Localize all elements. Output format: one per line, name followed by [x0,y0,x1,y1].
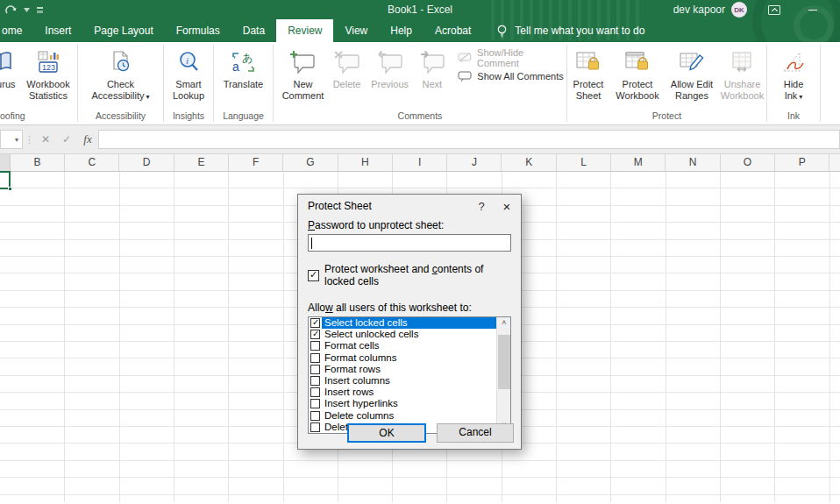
ribbon-display-options-icon[interactable] [768,5,780,15]
list-scrollbar[interactable]: ˄ ˅ [496,317,510,433]
column-header[interactable]: P [775,154,829,171]
hide-ink-button[interactable]: Hide Ink [769,44,818,103]
protect-workbook-icon [624,46,651,79]
column-header[interactable]: F [229,154,283,171]
translate-button[interactable]: あ a Translate [216,44,272,90]
allow-edit-ranges-button[interactable]: Allow Edit Ranges [666,44,718,102]
fill-handle[interactable] [8,187,12,191]
item-checkbox[interactable] [310,387,320,397]
tab-home[interactable]: ome [0,19,33,42]
insert-function-icon[interactable]: fx [77,130,98,149]
name-box[interactable]: ▾ [0,130,23,149]
dialog-help-button[interactable]: ? [470,200,493,213]
list-item[interactable]: Format cells [309,340,496,351]
enter-entry-icon[interactable]: ✓ [56,130,77,149]
tab-page-layout[interactable]: Page Layout [82,19,164,42]
dialog-title-bar[interactable]: Protect Sheet ? × [298,195,521,217]
list-item[interactable]: Insert rows [309,387,496,398]
column-header[interactable]: O [721,154,775,171]
allow-edit-ranges-label-1: Allow Edit [671,79,713,90]
tell-me-box[interactable]: Tell me what you want to do [496,19,644,42]
previous-comment-button[interactable]: Previous [367,44,413,90]
item-checkbox[interactable] [310,318,320,328]
permissions-listbox[interactable]: Select locked cells Select unlocked cell… [308,316,511,434]
item-checkbox[interactable] [310,330,320,339]
list-item[interactable]: Select locked cells [309,317,496,329]
column-header[interactable]: E [174,154,229,171]
item-checkbox[interactable] [310,399,320,408]
delete-comment-button[interactable]: Delete [327,44,367,90]
list-item[interactable]: Format columns [309,352,496,364]
tab-acrobat[interactable]: Acrobat [424,19,482,42]
list-item[interactable]: Select unlocked cells [309,329,496,340]
minimize-icon[interactable] [808,10,817,11]
item-checkbox[interactable] [310,365,320,374]
show-all-comments-icon [458,71,472,82]
dialog-close-icon[interactable]: × [493,199,521,214]
list-item[interactable]: Delete columns [309,410,496,422]
thesaurus-button[interactable]: saurus [0,44,21,90]
qat-dropdown-icon[interactable] [24,8,30,12]
list-item[interactable]: Insert columns [309,375,496,387]
protect-sheet-label-2: Sheet [576,90,602,102]
item-checkbox[interactable] [310,411,320,421]
column-header[interactable]: H [338,154,393,171]
column-header[interactable]: D [120,154,174,171]
cancel-button[interactable]: Cancel [437,423,514,443]
name-box-caret-icon[interactable]: ▾ [15,136,18,144]
scrollbar-thumb[interactable] [498,335,510,389]
column-header-a[interactable] [0,154,11,171]
protect-worksheet-checkbox[interactable] [308,270,319,281]
item-checkbox[interactable] [310,376,320,386]
column-header[interactable]: I [393,154,447,171]
user-name[interactable]: dev kapoor [673,4,725,16]
protect-workbook-button[interactable]: Protect Workbook [609,44,666,102]
item-checkbox[interactable] [310,353,320,363]
unshare-workbook-button[interactable]: Unshare Workbook [718,44,766,102]
redo-icon[interactable] [5,4,18,15]
tab-insert[interactable]: Insert [33,19,82,42]
smart-lookup-button[interactable]: i Smart Lookup [165,44,212,102]
list-item[interactable]: Format rows [309,364,496,375]
column-header[interactable]: B [11,154,65,171]
show-hide-comment-button[interactable]: Show/Hide Comment [458,49,566,66]
protect-workbook-label-1: Protect [623,79,653,90]
avatar[interactable]: DK [731,2,747,18]
column-header[interactable]: K [502,154,557,171]
customize-qat-icon[interactable] [36,6,44,14]
ok-button[interactable]: OK [347,423,426,443]
workbook-statistics-icon: 123 [35,46,61,79]
protect-sheet-label-1: Protect [573,79,604,90]
tab-formulas[interactable]: Formulas [165,19,231,42]
column-header[interactable]: C [65,154,119,171]
list-item[interactable]: Insert hyperlinks [309,398,496,409]
tab-view[interactable]: View [333,19,379,42]
scroll-up-icon[interactable]: ˄ [497,317,511,330]
smart-lookup-label-1: Smart [175,79,201,90]
tab-help[interactable]: Help [379,19,424,42]
workbook-statistics-label-1: Workbook [26,79,69,90]
next-comment-button[interactable]: Next [413,44,451,90]
group-label-ink: Ink [767,110,820,124]
protect-worksheet-checkbox-row[interactable]: Protect worksheet and contents of locked… [308,263,511,287]
column-header[interactable]: J [447,154,502,171]
column-header[interactable]: N [666,154,721,171]
cancel-entry-icon[interactable]: ✕ [35,130,56,149]
tab-review[interactable]: Review [276,19,333,42]
selected-cell[interactable] [0,171,11,189]
formula-input[interactable] [98,130,840,149]
workbook-statistics-button[interactable]: 123 Workbook Statistics [21,44,75,102]
item-checkbox[interactable] [310,341,320,351]
allow-users-label: Allow all users of this worksheet to: [308,302,511,314]
check-accessibility-button[interactable]: Check Accessibility [81,44,161,103]
column-header[interactable]: L [557,154,611,171]
new-comment-button[interactable]: New Comment [279,44,327,102]
protect-sheet-button[interactable]: Protect Sheet [567,44,609,102]
column-header[interactable]: G [284,154,338,171]
formula-bar-drag-dots[interactable]: ⋮ [23,134,35,146]
tab-data[interactable]: Data [231,19,276,42]
next-comment-icon [418,46,446,79]
password-input[interactable] [308,234,511,252]
show-all-comments-button[interactable]: Show All Comments [458,67,566,84]
column-header[interactable]: M [611,154,666,171]
